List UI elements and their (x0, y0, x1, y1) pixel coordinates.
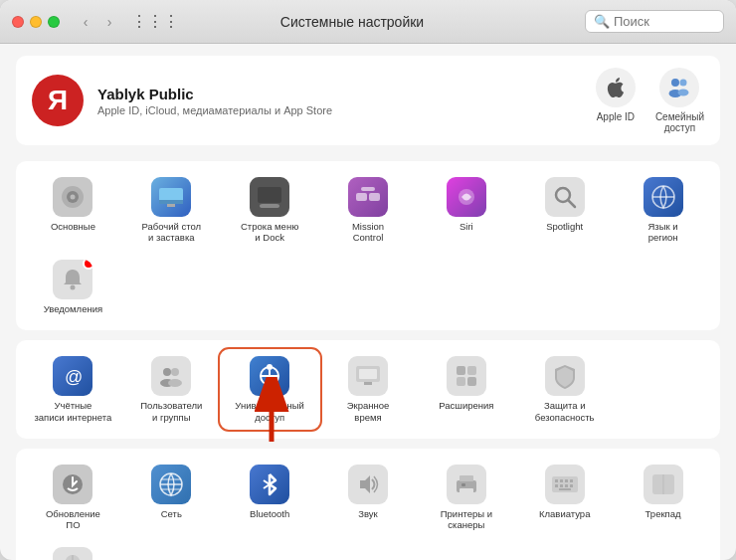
pref-extensions[interactable]: Расширения (417, 350, 515, 429)
bluetooth-icon (250, 465, 289, 504)
access-label: Универсальныйдоступ (235, 400, 304, 423)
osnov-label: Основные (51, 221, 95, 232)
apple-id-label: Apple ID (597, 111, 635, 122)
siri-icon (447, 177, 486, 217)
close-button[interactable] (12, 16, 24, 28)
forward-button[interactable]: › (99, 12, 119, 32)
trackpad-label: Трекпад (645, 508, 681, 519)
pref-keyboard[interactable]: Клавиатура (515, 459, 614, 537)
spotlight-label: Spotlight (546, 221, 583, 232)
pref-security[interactable]: Защита ибезопасность (515, 350, 614, 429)
section-general: Основные Рабочий столи заставка Строка м… (16, 161, 720, 330)
dock-icon (250, 177, 289, 217)
sound-label: Звук (358, 508, 377, 519)
pref-printers[interactable]: Принтеры исканеры (417, 459, 515, 537)
desktop-label: Рабочий столи заставка (141, 221, 201, 244)
nav-buttons: ‹ › (76, 12, 119, 32)
avatar[interactable]: Я (32, 75, 84, 126)
svg-rect-12 (356, 193, 367, 201)
profile-subtitle: Apple ID, iCloud, медиаматериалы и App S… (97, 104, 582, 116)
svg-rect-56 (560, 484, 563, 487)
svg-rect-53 (565, 479, 568, 482)
grid-3: ОбновлениеПО Сеть (24, 459, 712, 560)
family-item[interactable]: Семейныйдоступ (655, 68, 704, 133)
extensions-icon (447, 356, 486, 396)
svg-rect-51 (555, 479, 558, 482)
notif-icon (53, 260, 92, 299)
search-icon: 🔍 (594, 14, 610, 29)
window-title: Системные настройки (127, 14, 577, 30)
family-icon (659, 68, 699, 107)
svg-rect-34 (467, 366, 476, 375)
pref-trackpad[interactable]: Трекпад (614, 459, 712, 537)
desktop-icon (151, 177, 191, 217)
pref-mission[interactable]: MissionControl (319, 171, 418, 250)
content-area: Я Yablyk Public Apple ID, iCloud, медиам… (0, 44, 736, 560)
svg-rect-32 (359, 369, 377, 379)
svg-line-17 (568, 201, 575, 208)
profile-name: Yablyk Public (97, 86, 582, 102)
search-input[interactable] (614, 14, 715, 29)
svg-point-23 (171, 368, 179, 376)
pref-bluetooth[interactable]: Bluetooth (221, 459, 319, 537)
trackpad-icon (644, 465, 683, 504)
osnov-icon (53, 177, 92, 217)
svg-point-0 (671, 79, 679, 87)
svg-rect-58 (570, 484, 573, 487)
security-icon (545, 356, 585, 396)
maximize-button[interactable] (48, 16, 60, 28)
svg-rect-48 (460, 488, 473, 495)
pref-lang[interactable]: Язык ирегион (614, 171, 712, 250)
svg-point-25 (168, 379, 182, 387)
access-icon (250, 356, 289, 396)
search-box[interactable]: 🔍 (585, 10, 724, 33)
pref-network[interactable]: Сеть (122, 459, 221, 537)
network-icon (151, 465, 191, 504)
bluetooth-label: Bluetooth (250, 508, 289, 519)
profile-section: Я Yablyk Public Apple ID, iCloud, медиам… (16, 56, 720, 145)
pref-access[interactable]: Универсальныйдоступ (221, 350, 319, 429)
svg-text:@: @ (65, 367, 83, 387)
apple-id-icon (596, 68, 636, 107)
svg-rect-59 (559, 488, 571, 490)
notif-label: Уведомления (44, 303, 102, 314)
pref-notif[interactable]: Уведомления (24, 254, 122, 320)
printers-icon (447, 465, 486, 504)
svg-rect-36 (467, 377, 476, 386)
pref-accounts[interactable]: @ Учётныезаписи интернета (24, 350, 122, 429)
mouse-icon (53, 547, 92, 560)
svg-rect-55 (555, 484, 558, 487)
pref-dock[interactable]: Строка менюи Dock (221, 171, 319, 250)
grid-1: Основные Рабочий столи заставка Строка м… (24, 171, 712, 320)
minimize-button[interactable] (30, 16, 42, 28)
svg-rect-9 (167, 204, 175, 207)
svg-point-6 (71, 195, 76, 200)
svg-rect-14 (361, 187, 375, 191)
svg-rect-33 (457, 366, 465, 375)
svg-rect-47 (460, 475, 473, 481)
pref-osnov[interactable]: Основные (24, 171, 122, 250)
apple-id-item[interactable]: Apple ID (596, 68, 636, 133)
pref-screentime[interactable]: Экранноевремя (319, 350, 418, 429)
extensions-label: Расширения (439, 400, 493, 411)
svg-point-3 (678, 90, 689, 96)
pref-siri[interactable]: Siri (417, 171, 515, 250)
pref-sound[interactable]: Звук (319, 459, 418, 537)
svg-rect-8 (159, 200, 183, 204)
lang-label: Язык ирегион (647, 221, 677, 244)
pref-users[interactable]: Пользователии группы (122, 350, 221, 429)
keyboard-icon (545, 465, 585, 504)
pref-spotlight[interactable]: Spotlight (515, 171, 614, 250)
pref-desktop[interactable]: Рабочий столи заставка (122, 171, 221, 250)
back-button[interactable]: ‹ (76, 12, 95, 32)
accounts-label: Учётныезаписи интернета (34, 400, 111, 423)
sound-icon (348, 465, 388, 504)
pref-mouse[interactable]: Мышь (24, 541, 122, 560)
pref-update[interactable]: ОбновлениеПО (24, 459, 122, 537)
svg-rect-54 (570, 479, 573, 482)
update-icon (53, 465, 92, 504)
screentime-icon (348, 356, 388, 396)
pref-empty1 (614, 350, 712, 429)
mission-icon (348, 177, 388, 217)
svg-rect-57 (565, 484, 568, 487)
